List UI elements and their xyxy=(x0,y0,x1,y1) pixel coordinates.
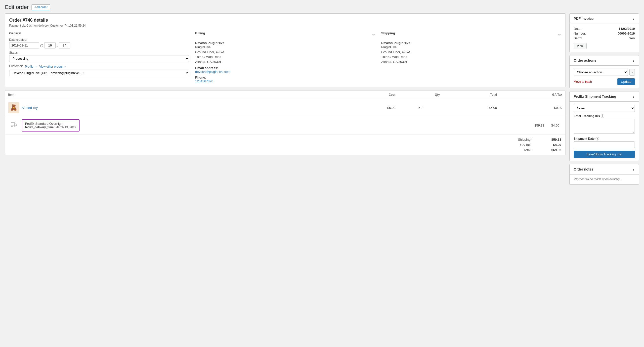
pdf-date-value: 11/03/2019 xyxy=(619,27,635,30)
item-total: $5.00 xyxy=(443,99,500,116)
customer-label: Customer: xyxy=(9,64,23,68)
tracking-ids-help-icon[interactable]: ? xyxy=(601,114,604,118)
billing-email[interactable]: devesh@pluginhive.com xyxy=(195,70,230,74)
shipment-date-help-icon[interactable]: ? xyxy=(596,137,599,140)
item-qty: × 1 xyxy=(398,99,443,116)
item-tax: $0.39 xyxy=(500,99,565,116)
grand-total-label: Total: xyxy=(524,148,532,152)
svg-point-2 xyxy=(15,126,16,127)
profile-link[interactable]: Profile → xyxy=(25,65,37,68)
shipping-section-title: Shipping xyxy=(381,31,395,35)
item-cost: $5.00 xyxy=(341,99,398,116)
customer-select[interactable]: Devesh PluginHive (#12 – devesh@pluginhi… xyxy=(9,70,189,76)
shipping-city-state: Atlanta, GA 30301 xyxy=(381,60,561,64)
general-section-title: General xyxy=(9,31,189,35)
order-title: Order #746 details xyxy=(9,18,561,23)
time-colon: : xyxy=(57,44,58,47)
order-actions-title: Order actions xyxy=(574,58,596,62)
action-select[interactable]: Choose an action... xyxy=(574,68,628,76)
billing-name: Devesh PluginHive xyxy=(195,41,375,45)
pdf-number-label: Number: xyxy=(574,32,586,35)
date-label: Date created: xyxy=(9,38,189,42)
fedex-title: FedEx Shipment Tracking xyxy=(574,94,616,98)
billing-address1: Ground Floor, 493/A xyxy=(195,50,375,55)
view-orders-link[interactable]: View other orders → xyxy=(39,65,66,68)
shipping-icon xyxy=(8,119,19,130)
time-hour-input[interactable] xyxy=(44,42,56,48)
col-item: Item xyxy=(5,90,341,99)
pdf-invoice-title: PDF Invoice xyxy=(574,17,594,21)
col-tax: GA Tax xyxy=(500,90,565,99)
update-button[interactable]: Update xyxy=(618,78,635,85)
billing-address2: 18th C Main Road xyxy=(195,54,375,60)
order-notes-toggle[interactable] xyxy=(632,167,635,171)
tracking-ids-input[interactable] xyxy=(574,119,635,134)
add-order-button[interactable]: Add order xyxy=(32,4,50,10)
billing-edit-icon[interactable]: ✏ xyxy=(372,33,375,37)
shipping-address2: 18th C Main Road xyxy=(381,54,561,60)
shipping-name: Devesh PluginHive xyxy=(381,41,561,45)
col-cost: Cost xyxy=(341,90,398,99)
order-notes-title: Order notes xyxy=(574,167,593,171)
action-run-button[interactable]: › xyxy=(629,69,635,76)
tracking-ids-label: Enter Tracking IDs ? xyxy=(574,114,635,118)
billing-phone[interactable]: 1234567890 xyxy=(195,79,213,83)
pdf-number-value: 00009-2019 xyxy=(618,32,635,35)
svg-rect-0 xyxy=(11,122,15,126)
product-name-link[interactable]: Stuffed Toy xyxy=(22,106,38,110)
order-actions-card: Order actions Choose an action... › Move… xyxy=(570,55,639,88)
shipping-total-label: Shipping: xyxy=(518,138,532,142)
at-separator: @ xyxy=(40,44,43,47)
time-min-input[interactable] xyxy=(59,42,70,48)
billing-section-title: Billing xyxy=(195,31,205,35)
pdf-sent-value: Yes xyxy=(629,36,635,40)
product-thumbnail: 🧸 xyxy=(8,102,19,113)
shipping-company: PluginHive xyxy=(381,45,561,50)
date-input[interactable] xyxy=(9,42,39,48)
table-row: 🧸 Stuffed Toy $5.00 × 1 $5.00 $0.39 xyxy=(5,99,565,116)
billing-company: PluginHive xyxy=(195,45,375,50)
fedex-toggle[interactable] xyxy=(632,94,635,98)
col-total: Total xyxy=(443,90,500,99)
shipment-date-label: Shipment Date ? xyxy=(574,137,635,140)
page-title: Edit order xyxy=(5,4,28,10)
shipping-method-box: FedEx Standard Overnight fedex_delivery_… xyxy=(22,119,80,132)
fedex-tracking-card: FedEx Shipment Tracking None Enter Track… xyxy=(570,91,639,161)
fedex-service-select[interactable]: None xyxy=(574,105,635,112)
billing-city-state: Atlanta, GA 30301 xyxy=(195,60,375,64)
pdf-view-button[interactable]: View xyxy=(574,43,586,49)
shipping-edit-icon[interactable]: ✏ xyxy=(558,33,561,37)
shipping-row: FedEx Standard Overnight fedex_delivery_… xyxy=(5,116,565,135)
shipment-date-input[interactable] xyxy=(574,142,635,148)
status-select[interactable]: Processing Pending payment On hold Compl… xyxy=(9,55,189,62)
shipping-tax: $4.60 xyxy=(547,124,559,127)
shipping-address1: Ground Floor, 493/A xyxy=(381,50,561,55)
shipping-total-value: $59.33 xyxy=(546,138,561,142)
order-notes-preview: Payment to be made upon delivery... xyxy=(574,178,635,181)
col-qty: Qty xyxy=(398,90,443,99)
order-notes-card: Order notes Payment to be made upon deli… xyxy=(570,164,639,185)
shipping-method-name: FedEx Standard Overnight xyxy=(25,122,76,126)
order-subtitle: Payment via Cash on delivery. Customer I… xyxy=(9,24,561,27)
order-actions-toggle[interactable] xyxy=(632,58,635,62)
pdf-date-label: Date: xyxy=(574,27,581,30)
totals-section: Shipping: $59.33 GA Tax: $4.99 Total: $6… xyxy=(5,135,565,155)
tax-total-value: $4.99 xyxy=(546,143,561,147)
billing-email-label: Email address: xyxy=(195,66,375,70)
move-trash-link[interactable]: Move to trash xyxy=(574,80,592,84)
tax-total-label: GA Tax: xyxy=(520,143,532,147)
pdf-invoice-card: PDF Invoice Date: 11/03/2019 Number: 000… xyxy=(570,14,639,52)
status-label: Status: xyxy=(9,51,189,54)
pdf-sent-label: Sent? xyxy=(574,36,582,40)
save-tracking-button[interactable]: Save/Show Tracking Info xyxy=(574,151,635,158)
grand-total-value: $69.32 xyxy=(546,148,561,152)
svg-point-1 xyxy=(12,126,13,127)
shipping-meta: fedex_delivery_time: March 13, 2019 xyxy=(25,126,76,129)
shipping-cost: $59.33 xyxy=(534,124,544,127)
pdf-invoice-toggle[interactable] xyxy=(632,17,635,21)
billing-phone-label: Phone: xyxy=(195,76,375,79)
